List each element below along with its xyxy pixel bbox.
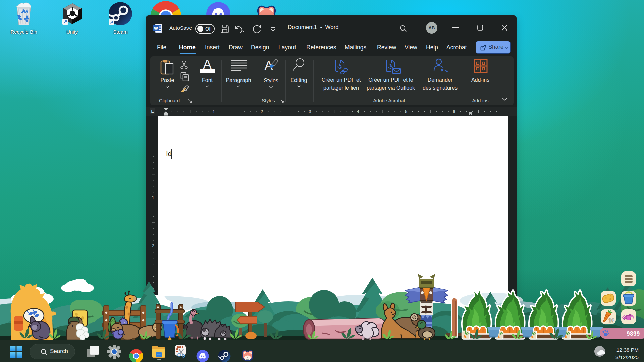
svg-text:W: W <box>154 26 158 31</box>
svg-text:2: 2 <box>152 243 154 248</box>
svg-text:2: 2 <box>261 109 263 114</box>
svg-text:6: 6 <box>453 109 455 114</box>
svg-text:5: 5 <box>405 109 407 114</box>
svg-text:1: 1 <box>152 195 154 200</box>
svg-text:4: 4 <box>357 109 359 114</box>
svg-text:3: 3 <box>309 109 311 114</box>
svg-text:9899: 9899 <box>627 330 640 337</box>
svg-text:10: 10 <box>608 318 614 323</box>
svg-text:1: 1 <box>213 109 215 114</box>
